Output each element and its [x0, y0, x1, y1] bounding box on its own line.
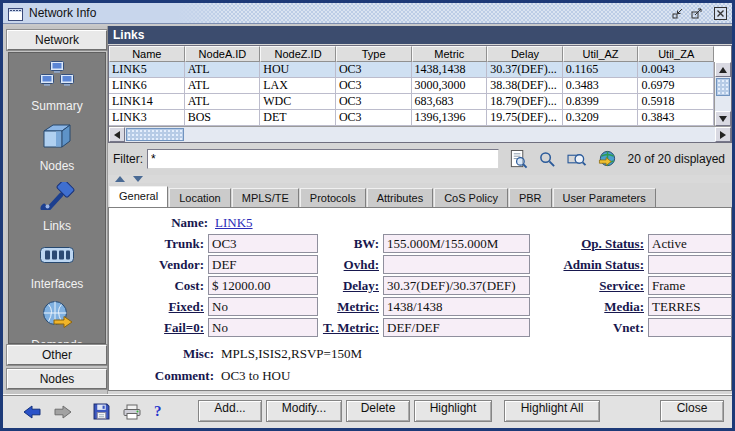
field-value-delay[interactable]: 30.37(DEF)/30.37(DEF)	[383, 276, 530, 295]
back-icon[interactable]	[23, 404, 41, 420]
table-cell[interactable]: OC3	[336, 94, 412, 110]
table-cell[interactable]: BOS	[185, 110, 261, 126]
field-label-delay[interactable]: Delay:	[319, 278, 383, 294]
tab-cos-policy[interactable]: CoS Policy	[434, 188, 508, 207]
column-header-util_za[interactable]: Util_ZA	[638, 46, 714, 62]
print-icon[interactable]	[123, 404, 141, 420]
column-header-nodez.id[interactable]: NodeZ.ID	[260, 46, 336, 62]
table-cell[interactable]: 0.6979	[638, 78, 714, 94]
field-value-media[interactable]: TERRES	[648, 297, 732, 316]
modify-button[interactable]: Modify...	[266, 400, 342, 422]
splitter-bar[interactable]	[108, 175, 732, 183]
field-label-fixed[interactable]: Fixed:	[113, 299, 208, 315]
field-value-op-status[interactable]: Active	[648, 234, 732, 253]
table-row-link5[interactable]: LINK5ATLHOUOC31438,143830.37(DEF)...0.11…	[109, 62, 714, 78]
field-label-metric[interactable]: Metric:	[319, 299, 383, 315]
field-label-op-status[interactable]: Op. Status:	[545, 236, 648, 252]
column-header-metric[interactable]: Metric	[412, 46, 488, 62]
filter-input[interactable]	[147, 149, 499, 169]
tab-mpls-te[interactable]: MPLS/TE	[232, 188, 299, 207]
tab-pbr[interactable]: PBR	[509, 188, 552, 207]
table-cell[interactable]: 0.8399	[563, 94, 639, 110]
field-value-admin-status[interactable]	[648, 255, 732, 274]
field-value-cost[interactable]: $ 12000.00	[208, 276, 318, 295]
search-icon[interactable]	[539, 151, 556, 168]
table-cell[interactable]: 30.37(DEF)...	[487, 62, 563, 78]
maximize-icon[interactable]	[689, 6, 704, 21]
table-cell[interactable]: 38.38(DEF)...	[487, 78, 563, 94]
minimize-icon[interactable]	[670, 6, 685, 21]
report-search-icon[interactable]	[509, 150, 528, 169]
table-cell[interactable]: LAX	[260, 78, 336, 94]
sidebar-item-nodes[interactable]: Nodes	[40, 122, 75, 173]
scroll-down-button[interactable]	[715, 111, 731, 126]
title-bar[interactable]: Network Info	[3, 3, 732, 24]
table-row-link14[interactable]: LINK14ATLWDCOC3683,68318.79(DEF)...0.839…	[109, 94, 714, 110]
scroll-left-button[interactable]	[109, 127, 125, 142]
tab-attributes[interactable]: Attributes	[367, 188, 433, 207]
column-header-type[interactable]: Type	[336, 46, 412, 62]
tab-general[interactable]: General	[109, 186, 168, 207]
close-icon[interactable]	[713, 6, 728, 21]
table-cell[interactable]: OC3	[336, 78, 412, 94]
field-label-t-metric[interactable]: T. Metric:	[319, 320, 383, 336]
table-cell[interactable]: LINK3	[109, 110, 185, 126]
field-value-bw[interactable]: 155.000M/155.000M	[383, 234, 530, 253]
add-button[interactable]: Add...	[198, 400, 262, 422]
table-cell[interactable]: 1396,1396	[412, 110, 488, 126]
table-cell[interactable]: 19.75(DEF)...	[487, 110, 563, 126]
field-value-t-metric[interactable]: DEF/DEF	[383, 318, 530, 337]
table-cell[interactable]: WDC	[260, 94, 336, 110]
column-header-name[interactable]: Name	[109, 46, 185, 62]
sidebar-nodes-button[interactable]: Nodes	[7, 369, 107, 389]
vertical-scrollbar[interactable]	[714, 62, 731, 126]
sidebar-item-demands[interactable]: Demands	[31, 300, 82, 344]
table-row-link6[interactable]: LINK6ATLLAXOC33000,300038.38(DEF)...0.34…	[109, 78, 714, 94]
field-value-trunk[interactable]: OC3	[208, 234, 318, 253]
horizontal-scrollbar-thumb[interactable]	[126, 128, 184, 141]
table-cell[interactable]: LINK5	[109, 62, 185, 78]
table-cell[interactable]: 3000,3000	[412, 78, 488, 94]
table-cell[interactable]: ATL	[185, 78, 261, 94]
close-button[interactable]: Close	[660, 400, 724, 422]
highlight-all-button[interactable]: Highlight All	[504, 400, 600, 422]
help-icon[interactable]: ?	[154, 403, 162, 420]
field-value-vnet[interactable]	[648, 318, 732, 337]
tab-protocols[interactable]: Protocols	[300, 188, 366, 207]
table-cell[interactable]: 0.1165	[563, 62, 639, 78]
field-label-service[interactable]: Service:	[545, 278, 648, 294]
field-value-vendor[interactable]: DEF	[208, 255, 318, 274]
field-value-ovhd[interactable]	[383, 255, 530, 274]
highlight-button[interactable]: Highlight	[414, 400, 492, 422]
scroll-up-button[interactable]	[715, 62, 731, 77]
zoom-selection-icon[interactable]	[567, 151, 587, 168]
delete-button[interactable]: Delete	[346, 400, 410, 422]
field-value-metric[interactable]: 1438/1438	[383, 297, 530, 316]
table-cell[interactable]: OC3	[336, 110, 412, 126]
table-cell[interactable]: 0.3209	[563, 110, 639, 126]
sidebar-item-links[interactable]: Links	[39, 182, 75, 233]
splitter-expand-up-icon[interactable]	[115, 176, 125, 182]
field-value-fail-0[interactable]: No	[208, 318, 318, 337]
forward-icon[interactable]	[54, 404, 72, 420]
table-cell[interactable]: OC3	[336, 62, 412, 78]
sidebar-item-summary[interactable]: Summary	[31, 61, 82, 113]
table-cell[interactable]: ATL	[185, 94, 261, 110]
table-cell[interactable]: 0.3843	[638, 110, 714, 126]
table-cell[interactable]: 683,683	[412, 94, 488, 110]
column-header-util_az[interactable]: Util_AZ	[563, 46, 639, 62]
table-cell[interactable]: 18.79(DEF)...	[487, 94, 563, 110]
table-cell[interactable]: LINK6	[109, 78, 185, 94]
column-header-delay[interactable]: Delay	[487, 46, 563, 62]
table-row-link3[interactable]: LINK3BOSDETOC31396,139619.75(DEF)...0.32…	[109, 110, 714, 126]
sidebar-item-interfaces[interactable]: Interfaces	[31, 242, 84, 291]
field-label-ovhd[interactable]: Ovhd:	[319, 257, 383, 273]
splitter-expand-down-icon[interactable]	[133, 176, 143, 182]
field-label-admin-status[interactable]: Admin Status:	[545, 257, 648, 273]
globe-export-icon[interactable]	[598, 150, 617, 168]
table-cell[interactable]: HOU	[260, 62, 336, 78]
sidebar-other-button[interactable]: Other	[7, 345, 107, 365]
table-cell[interactable]: 0.5918	[638, 94, 714, 110]
table-cell[interactable]: LINK14	[109, 94, 185, 110]
table-cell[interactable]: 0.3483	[563, 78, 639, 94]
